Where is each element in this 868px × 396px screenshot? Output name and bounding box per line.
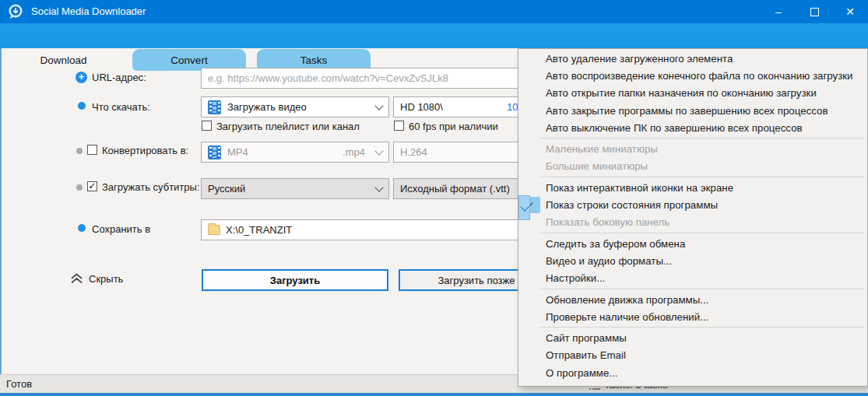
download-button[interactable]: Загрузить [202, 269, 388, 291]
subtitles-bullet-icon [76, 184, 83, 191]
convert-checkbox[interactable] [87, 145, 97, 155]
tab-convert-label: Convert [170, 54, 207, 66]
convert-label: Конвертировать в: [102, 145, 188, 156]
menu-item[interactable]: Сайт программы [518, 329, 867, 346]
menu-separator [540, 233, 865, 233]
menu-item[interactable]: Отправить Email [518, 347, 867, 364]
menu-item-label: Видео и аудио форматы... [542, 255, 672, 267]
what-dropdown-value: Загружать видео [227, 101, 307, 113]
convert-format-dropdown[interactable]: MP4 .mp4 [201, 142, 389, 163]
fps-checkbox[interactable] [394, 121, 404, 131]
menu-item-label: Показ интерактивной иконки на экране [542, 182, 733, 194]
app-window: Social Media Downloader – ✕ Download Con… [0, 0, 868, 396]
menu-gutter [518, 270, 542, 286]
menu-item[interactable]: Обновление движка программы... [518, 291, 867, 308]
chevron-down-icon [520, 202, 529, 211]
check-icon: ✓ [88, 180, 96, 191]
minimize-icon: – [775, 5, 782, 18]
menu-item-label: Большие миниатюры [542, 160, 648, 172]
menu-item: Показать боковую панель [518, 214, 867, 231]
menu-gutter [518, 330, 542, 346]
menu-gutter [518, 365, 542, 381]
chevron-down-icon [374, 146, 383, 155]
playlist-checkbox[interactable] [202, 121, 212, 131]
menu-gutter [518, 253, 542, 269]
window-edge-bottom [0, 393, 868, 396]
menu-item[interactable]: Видео и аудио форматы... [518, 252, 867, 269]
menu-item[interactable]: ✓Показ строки состояния программы [518, 196, 867, 213]
maximize-icon [810, 8, 819, 16]
menu-item[interactable]: Настройки... [518, 270, 867, 287]
menu-item-label: Авто воспроизведение конечного файла по … [542, 70, 853, 82]
menu-item[interactable]: Авто открытие папки назначения по оконча… [518, 85, 867, 102]
hide-label[interactable]: Скрыть [89, 273, 123, 285]
menu-gutter [518, 51, 542, 67]
expand-formats-button[interactable] [518, 195, 530, 220]
menu-item[interactable]: Авто выключение ПК по завершению всех пр… [518, 119, 867, 136]
menu-item[interactable]: Авто закрытие программы по завершению вс… [518, 102, 867, 119]
download-button-label: Загрузить [270, 275, 320, 286]
subtitles-label: Загружать субтитры: [102, 181, 199, 193]
menu-item-label: Авто удаление загруженного элемента [542, 53, 733, 65]
video-film-icon [208, 145, 221, 159]
title-bar: Social Media Downloader – ✕ [0, 0, 868, 23]
convert-bullet-icon [76, 148, 83, 154]
save-label: Сохранить в [92, 223, 150, 235]
menu-item: Большие миниатюры [518, 158, 867, 175]
menu-item-label: Авто закрытие программы по завершению вс… [542, 105, 828, 117]
menu-gutter [518, 236, 542, 252]
video-film-icon [208, 100, 221, 114]
maximize-button[interactable] [796, 0, 832, 23]
menu-item-label: О программе... [542, 367, 617, 379]
collapse-chevrons-icon[interactable] [70, 272, 83, 285]
menu-gutter [518, 158, 542, 174]
menu-item[interactable]: Авто удаление загруженного элемента [518, 50, 867, 67]
subtitles-language-dropdown[interactable]: Русский [201, 178, 389, 199]
url-label: URL-адрес: [92, 72, 146, 83]
save-bullet-icon [78, 224, 86, 232]
menu-item-label: Показ строки состояния программы [542, 199, 718, 211]
quality-value: HD 1080\ [400, 101, 443, 113]
what-label: Что скачать: [92, 101, 150, 113]
menu-gutter [518, 85, 542, 101]
menu-item-label: Проверьте наличие обновлений... [542, 311, 708, 323]
menu-item[interactable]: Показ интерактивной иконки на экране [518, 179, 867, 196]
context-menu: Авто удаление загруженного элементаАвто … [518, 48, 868, 387]
save-path-value: X:\0_TRANZIT [226, 224, 292, 236]
quality-right-value: 10 [507, 101, 518, 113]
menu-item[interactable]: О программе... [518, 364, 867, 381]
folder-icon [208, 225, 220, 235]
menu-gutter [518, 103, 542, 119]
minimize-button[interactable]: – [761, 0, 796, 23]
menu-gutter [518, 309, 542, 325]
menu-item-label: Авто открытие папки назначения по оконча… [542, 87, 817, 99]
tab-download[interactable]: Download [6, 48, 121, 72]
menu-item-label: Следить за буфером обмена [542, 238, 685, 250]
codec-value: H.264 [400, 146, 427, 158]
menu-item[interactable]: Проверьте наличие обновлений... [518, 308, 867, 325]
tab-strip: Download Convert Tasks [0, 23, 868, 48]
what-bullet-icon [78, 102, 86, 110]
convert-format-value: MP4 [227, 146, 248, 158]
add-url-icon[interactable]: + [76, 72, 87, 83]
window-title: Social Media Downloader [31, 0, 146, 23]
menu-item-label: Отправить Email [542, 349, 626, 361]
what-dropdown[interactable]: Загружать видео [201, 96, 389, 117]
menu-item-label: Сайт программы [542, 332, 627, 344]
subtitles-language-value: Русский [208, 183, 245, 194]
window-controls: – ✕ [761, 0, 868, 23]
playlist-checkbox-label: Загрузить плейлист или канал [216, 121, 360, 132]
fps-checkbox-label: 60 fps при наличии [409, 121, 498, 132]
menu-item[interactable]: Авто воспроизведение конечного файла по … [518, 67, 867, 84]
menu-item[interactable]: Следить за буфером обмена [518, 235, 867, 252]
subtitles-format-value: Исходный формат (.vtt) [400, 183, 510, 194]
subtitles-checkbox[interactable]: ✓ [87, 181, 97, 191]
menu-gutter [518, 292, 542, 308]
menu-item-label: Обновление движка программы... [542, 294, 708, 306]
menu-separator [540, 177, 865, 177]
menu-gutter [518, 141, 542, 157]
menu-item-label: Показать боковую панель [542, 216, 669, 228]
menu-gutter [518, 180, 542, 196]
close-button[interactable]: ✕ [832, 0, 868, 23]
chevron-down-icon [374, 101, 383, 110]
